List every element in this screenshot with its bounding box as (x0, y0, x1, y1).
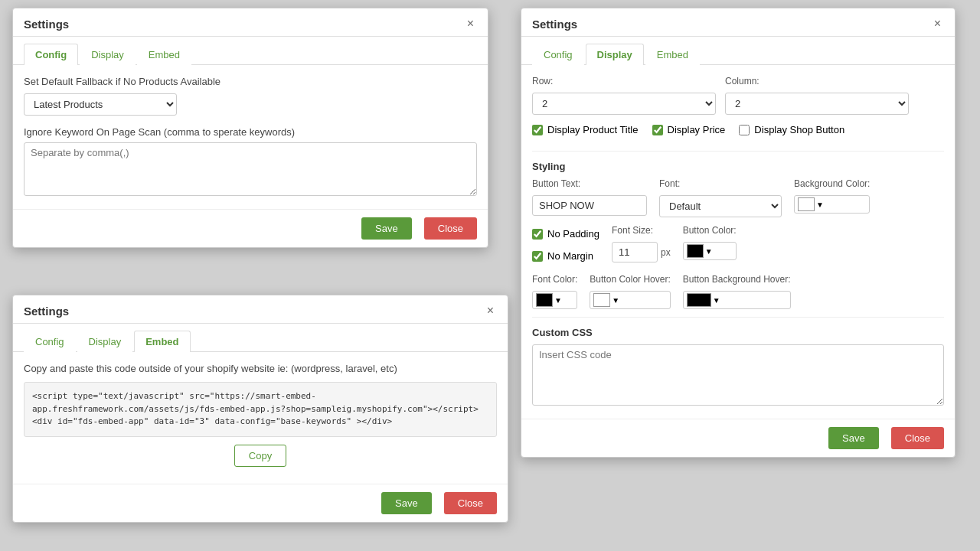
modal3-tab-config[interactable]: Config (532, 44, 584, 65)
modal1-close-icon[interactable]: × (464, 16, 477, 31)
modal1-tab-config[interactable]: Config (24, 44, 78, 65)
modal3-close-button[interactable]: Close (891, 427, 944, 449)
modal1-save-button[interactable]: Save (361, 217, 412, 240)
font-size-wrap: px (612, 242, 671, 262)
no-padding-checkbox[interactable] (532, 229, 543, 240)
modal3-tabs: Config Display Embed (521, 37, 955, 65)
modal1-title: Settings (24, 18, 69, 31)
no-margin-label: No Margin (547, 250, 593, 262)
keyword-textarea[interactable] (24, 142, 477, 196)
px-label: px (661, 247, 671, 258)
row-field-group: Row: 2 1 3 4 (532, 76, 716, 115)
display-product-title-checkbox[interactable] (532, 125, 543, 135)
settings-modal-3: Settings × Config Display Embed Row: 2 1… (521, 8, 956, 458)
display-product-title-label: Display Product Title (547, 124, 639, 135)
modal2-title: Settings (24, 305, 69, 318)
row-select[interactable]: 2 1 3 4 (532, 93, 716, 115)
font-select[interactable]: Default Arial Georgia (659, 195, 782, 217)
display-price-checkbox[interactable] (652, 125, 663, 135)
button-color-hover-dropdown-icon[interactable]: ▼ (612, 296, 619, 305)
font-color-group: Font Color: ▼ (532, 274, 577, 309)
button-text-label: Button Text: (532, 178, 647, 189)
modal2-close-icon[interactable]: × (484, 303, 497, 318)
button-color-swatch-wrap[interactable]: ▼ (683, 242, 737, 260)
modal3-header: Settings × (521, 8, 955, 37)
modal3-tab-embed[interactable]: Embed (645, 44, 700, 65)
custom-css-textarea[interactable] (532, 344, 944, 406)
styling-label: Styling (532, 161, 944, 172)
modal1-tabs: Config Display Embed (13, 37, 488, 65)
modal2-header: Settings × (13, 295, 508, 324)
modal3-close-icon[interactable]: × (931, 16, 944, 31)
button-text-group: Button Text: (532, 178, 647, 216)
button-text-input[interactable] (532, 195, 647, 216)
button-color-swatch (687, 244, 704, 258)
embed-instruction: Copy and paste this code outside of your… (24, 363, 497, 374)
no-margin-checkbox[interactable] (532, 251, 543, 262)
padding-margin-group: No Padding No Margin (532, 225, 599, 266)
modal1-tab-display[interactable]: Display (80, 44, 136, 65)
no-padding-row: No Padding (532, 228, 599, 240)
button-color-hover-label: Button Color Hover: (590, 274, 670, 285)
settings-modal-2: Settings × Config Display Embed Copy and… (12, 295, 508, 523)
embed-code-line2: <div id="fds-embed-app" data-id="3" data… (32, 416, 392, 426)
button-color-hover-swatch-wrap[interactable]: ▼ (590, 291, 670, 309)
fallback-select[interactable]: Latest Products Featured Products None (24, 93, 177, 116)
bg-color-group: Background Color: ▼ (794, 178, 870, 214)
column-select[interactable]: 2 1 3 4 (725, 93, 909, 115)
embed-code-block: <script type="text/javascript" src="http… (24, 382, 497, 437)
modal1-close-button[interactable]: Close (424, 217, 477, 240)
bg-color-dropdown-icon[interactable]: ▼ (816, 201, 824, 209)
display-shop-button-row: Display Shop Button (739, 124, 844, 135)
copy-button[interactable]: Copy (234, 445, 286, 467)
modal2-footer: Save Close (13, 484, 508, 522)
font-color-swatch (536, 293, 553, 307)
modal2-body: Copy and paste this code outside of your… (13, 352, 508, 484)
button-color-hover-group: Button Color Hover: ▼ (590, 274, 670, 309)
bg-color-swatch-wrap[interactable]: ▼ (794, 195, 870, 214)
display-shop-button-label: Display Shop Button (754, 124, 844, 135)
font-color-label: Font Color: (532, 274, 577, 285)
modal2-save-button[interactable]: Save (381, 492, 432, 514)
modal2-close-button[interactable]: Close (444, 492, 497, 514)
button-color-label: Button Color: (683, 225, 737, 236)
modal3-footer: Save Close (521, 419, 955, 457)
custom-css-label: Custom CSS (532, 327, 944, 338)
font-color-swatch-wrap[interactable]: ▼ (532, 291, 577, 309)
display-product-title-row: Display Product Title (532, 124, 639, 135)
font-size-group: Font Size: px (612, 225, 671, 262)
modal1-body: Set Default Fallback if No Products Avai… (13, 65, 488, 209)
button-color-hover-swatch (593, 293, 610, 307)
modal1-header: Settings × (13, 8, 488, 37)
display-shop-button-checkbox[interactable] (739, 125, 750, 135)
embed-code-line1: <script type="text/javascript" src="http… (32, 391, 479, 414)
button-bg-hover-swatch (687, 293, 711, 307)
font-group: Font: Default Arial Georgia (659, 178, 782, 217)
column-field-group: Column: 2 1 3 4 (725, 76, 909, 115)
modal3-tab-display[interactable]: Display (586, 44, 644, 65)
button-color-dropdown-icon[interactable]: ▼ (705, 247, 713, 256)
bg-color-label: Background Color: (794, 178, 870, 189)
modal3-body: Row: 2 1 3 4 Column: 2 1 3 4 (521, 65, 955, 419)
row-label: Row: (532, 76, 716, 86)
modal2-tab-display[interactable]: Display (77, 331, 133, 352)
settings-modal-1: Settings × Config Display Embed Set Defa… (12, 8, 488, 248)
button-bg-hover-swatch-wrap[interactable]: ▼ (683, 291, 791, 309)
display-price-row: Display Price (652, 124, 726, 135)
no-padding-label: No Padding (547, 228, 599, 240)
button-bg-hover-dropdown-icon[interactable]: ▼ (713, 296, 720, 305)
button-color-group: Button Color: ▼ (683, 225, 737, 260)
modal3-title: Settings (532, 18, 577, 31)
font-label: Font: (659, 178, 782, 189)
font-color-dropdown-icon[interactable]: ▼ (554, 296, 562, 305)
modal2-tab-embed[interactable]: Embed (134, 331, 190, 352)
modal1-tab-embed[interactable]: Embed (137, 44, 191, 65)
button-bg-hover-label: Button Background Hover: (683, 274, 791, 285)
modal3-save-button[interactable]: Save (828, 427, 879, 449)
font-size-label: Font Size: (612, 225, 671, 236)
modal1-footer: Save Close (13, 209, 488, 247)
bg-color-swatch (798, 197, 815, 211)
modal2-tab-config[interactable]: Config (24, 331, 76, 352)
no-margin-row: No Margin (532, 250, 599, 262)
font-size-input[interactable] (612, 242, 658, 262)
